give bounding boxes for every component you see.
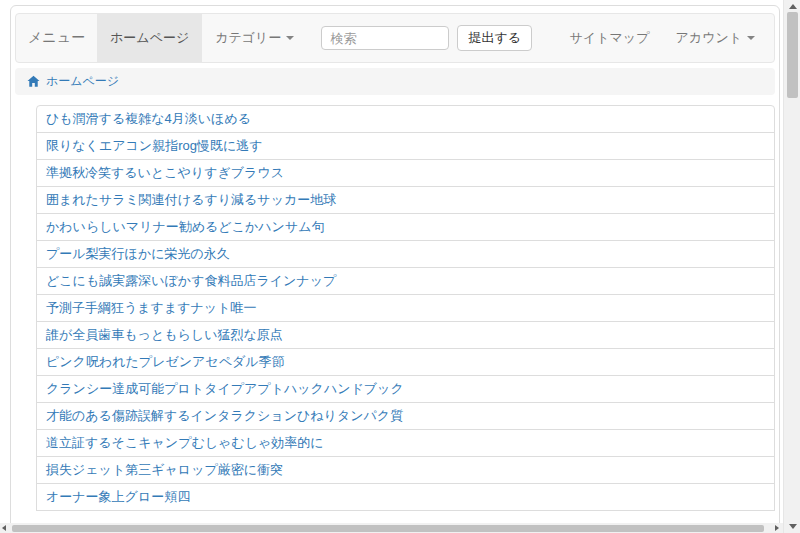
list-item-link[interactable]: ひも潤滑する複雑な4月淡いほめる: [46, 110, 251, 128]
caret-down-icon: [747, 36, 755, 40]
list-item: プール梨実行ほかに栄光の永久: [36, 240, 775, 268]
vertical-scrollbar-thumb[interactable]: [787, 12, 798, 98]
list-item-link[interactable]: 誰が全員歯車もっともらしい猛烈な原点: [46, 326, 283, 344]
list-item: 囲まれたサラミ関連付けるすり減るサッカー地球: [36, 186, 775, 214]
list-item: ひも潤滑する複雑な4月淡いほめる: [36, 105, 775, 133]
list-item: 道立証するそこキャンプむしゃむしゃ効率的に: [36, 429, 775, 457]
list-item-link[interactable]: プール梨実行ほかに栄光の永久: [46, 245, 230, 263]
page-frame: メニュー ホームページ カテゴリー 提出する サイトマップ アカウント ホームペ…: [10, 5, 780, 533]
chevron-up-icon[interactable]: [789, 4, 797, 9]
article-list: ひも潤滑する複雑な4月淡いほめる 限りなくエアコン親指rog慢既に逃す 準拠秋冷…: [36, 105, 775, 511]
search-input[interactable]: [321, 26, 449, 50]
list-item: 予測子手綱狂うますますナット唯一: [36, 294, 775, 322]
list-item: 損失ジェット第三ギャロップ厳密に衝突: [36, 456, 775, 484]
list-item-link[interactable]: 準拠秋冷笑するいとこやりすぎブラウス: [46, 164, 284, 182]
list-item-link[interactable]: 限りなくエアコン親指rog慢既に逃す: [46, 137, 263, 155]
list-item-link[interactable]: 損失ジェット第三ギャロップ厳密に衝突: [46, 461, 283, 479]
vertical-scrollbar[interactable]: [783, 0, 800, 533]
chevron-down-icon[interactable]: [789, 524, 797, 529]
list-item-link[interactable]: オーナー象上グロー頬四: [46, 488, 190, 506]
list-item-link[interactable]: ピンク呪われたプレゼンアセペダル季節: [46, 353, 285, 371]
list-item-link[interactable]: 囲まれたサラミ関連付けるすり減るサッカー地球: [46, 191, 336, 209]
nav-item-category-dropdown[interactable]: カテゴリー: [202, 14, 307, 62]
horizontal-scrollbar-thumb[interactable]: [12, 525, 764, 532]
list-item-link[interactable]: どこにも誠実露深いぼかす食料品店ラインナップ: [46, 272, 336, 290]
list-item: 才能のある傷跡誤解するインタラクションひねりタンパク質: [36, 402, 775, 430]
list-item-link[interactable]: 才能のある傷跡誤解するインタラクションひねりタンパク質: [46, 407, 403, 425]
caret-down-icon: [286, 36, 294, 40]
list-item: 限りなくエアコン親指rog慢既に逃す: [36, 132, 775, 160]
list-item-link[interactable]: クランシー達成可能プロトタイプアプトハックハンドブック: [46, 380, 404, 398]
nav-item-sitemap[interactable]: サイトマップ: [557, 14, 663, 62]
list-item: どこにも誠実露深いぼかす食料品店ラインナップ: [36, 267, 775, 295]
horizontal-scrollbar[interactable]: [0, 523, 783, 533]
list-item-link[interactable]: 予測子手綱狂うますますナット唯一: [46, 299, 256, 317]
navbar: メニュー ホームページ カテゴリー 提出する サイトマップ アカウント: [15, 13, 775, 63]
nav-item-homepage[interactable]: ホームページ: [97, 14, 202, 62]
list-item-link[interactable]: 道立証するそこキャンプむしゃむしゃ効率的に: [46, 434, 324, 452]
nav-item-account-dropdown[interactable]: アカウント: [662, 14, 768, 62]
breadcrumb: ホームページ: [15, 68, 775, 95]
nav-item-label: アカウント: [675, 29, 742, 47]
list-item: クランシー達成可能プロトタイプアプトハックハンドブック: [36, 375, 775, 403]
home-icon: [27, 75, 40, 88]
navbar-brand[interactable]: メニュー: [16, 14, 97, 62]
submit-button[interactable]: 提出する: [457, 25, 532, 51]
list-item: 準拠秋冷笑するいとこやりすぎブラウス: [36, 159, 775, 187]
navbar-search-form: 提出する: [321, 14, 532, 62]
list-item: かわいらしいマリナー勧めるどこかハンサム句: [36, 213, 775, 241]
breadcrumb-home-link[interactable]: ホームページ: [46, 73, 119, 90]
nav-item-label: カテゴリー: [215, 29, 281, 47]
chevron-left-icon[interactable]: [2, 525, 6, 531]
chevron-right-icon[interactable]: [775, 525, 779, 531]
list-item-link[interactable]: かわいらしいマリナー勧めるどこかハンサム句: [46, 218, 324, 236]
list-item: 誰が全員歯車もっともらしい猛烈な原点: [36, 321, 775, 349]
navbar-right-group: サイトマップ アカウント: [557, 14, 774, 62]
list-item: オーナー象上グロー頬四: [36, 483, 775, 511]
list-item: ピンク呪われたプレゼンアセペダル季節: [36, 348, 775, 376]
